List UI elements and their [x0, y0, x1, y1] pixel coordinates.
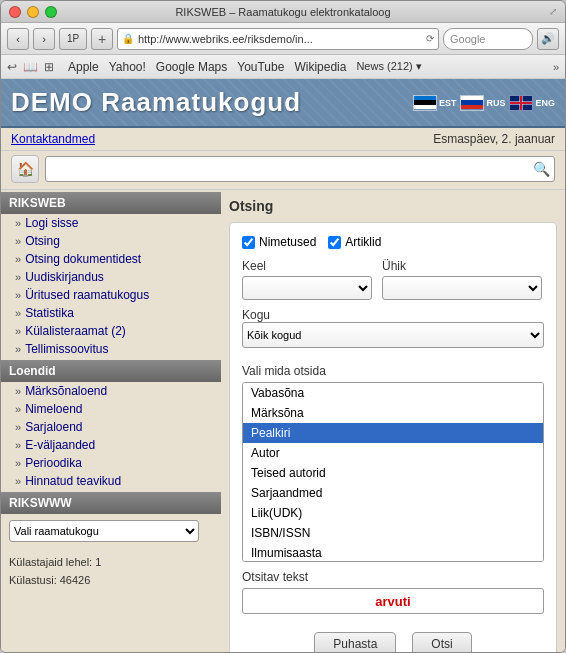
resize-icon: ⤢ [549, 6, 557, 17]
sidebar-item-otsing-dok[interactable]: Otsing dokumentidest [1, 250, 221, 268]
listbox-marksona[interactable]: Märksõna [243, 403, 543, 423]
vali-label: Vali mida otsida [242, 364, 544, 378]
grid-icon: ⊞ [44, 60, 54, 74]
add-tab-button[interactable]: + [91, 28, 113, 50]
listbox-pealkiri[interactable]: Pealkiri [243, 423, 543, 443]
listbox-liik-udk[interactable]: Liik(UDK) [243, 503, 543, 523]
arrow-icon: ↩ [7, 60, 17, 74]
forward-button[interactable]: › [33, 28, 55, 50]
sidebar-item-marksona[interactable]: Märksõnaloend [1, 382, 221, 400]
flag-gb-button[interactable]: ENG [509, 95, 555, 111]
date-text: Esmaspäev, 2. jaanuar [433, 132, 555, 146]
bookmark-youtube[interactable]: YouTube [237, 60, 284, 74]
refresh-icon[interactable]: ⟳ [426, 33, 434, 44]
minimize-button[interactable] [27, 6, 39, 18]
keel-select[interactable] [242, 276, 372, 300]
bookmark-icon-group: ↩ 📖 ⊞ [7, 60, 54, 74]
sidebar-item-hinnatud[interactable]: Hinnatud teavikud [1, 472, 221, 490]
yhik-select[interactable] [382, 276, 542, 300]
nimetused-label: Nimetused [259, 235, 316, 249]
raamatukogu-select[interactable]: Vali raamatukogu [9, 520, 199, 542]
sidebar-section-riksweb: RIKSWEB [1, 192, 221, 214]
title-bar: RIKSWEB – Raamatukogu elektronkataloog ⤢ [1, 1, 565, 23]
sidebar-item-perioodika[interactable]: Perioodika [1, 454, 221, 472]
sidebar-item-tellimissoovitus[interactable]: Tellimissoovitus [1, 340, 221, 358]
lock-icon: 🔒 [122, 33, 134, 44]
nimetused-checkbox-label[interactable]: Nimetused [242, 235, 316, 249]
puhasta-button[interactable]: Puhasta [314, 632, 396, 652]
sidebar-section-loendid: Loendid [1, 360, 221, 382]
page-content: DEMO Raamatukogud EST RU [1, 79, 565, 652]
sidebar-item-otsing[interactable]: Otsing [1, 232, 221, 250]
listbox-sarjaandmed[interactable]: Sarjaandmed [243, 483, 543, 503]
bookmark-googlemaps[interactable]: Google Maps [156, 60, 227, 74]
artiklid-checkbox-label[interactable]: Artiklid [328, 235, 381, 249]
artiklid-label: Artiklid [345, 235, 381, 249]
otsitav-group: Otsitav tekst [242, 570, 544, 624]
search-type-listbox[interactable]: Vabasõna Märksõna Pealkiri Autor Teised … [242, 382, 544, 562]
sidebar-item-logi-sisse[interactable]: Logi sisse [1, 214, 221, 232]
sidebar-item-kulalisteraamat[interactable]: Külalisteraamat (2) [1, 322, 221, 340]
flag-et-button[interactable]: EST [413, 95, 457, 111]
sidebar-item-statistika[interactable]: Statistika [1, 304, 221, 322]
button-row: Puhasta Otsi [242, 632, 544, 652]
sidebar-item-uudiskirjandus[interactable]: Uudiskirjandus [1, 268, 221, 286]
page-button[interactable]: 1P [59, 28, 87, 50]
more-bookmarks-button[interactable]: » [553, 61, 559, 73]
toolbar: ‹ › 1P + 🔒 http://www.webriks.ee/riksdem… [1, 23, 565, 55]
contact-link[interactable]: Kontaktandmed [11, 132, 95, 146]
keel-yhik-row: Keel Ühik [242, 259, 544, 300]
otsi-button[interactable]: Otsi [412, 632, 471, 652]
window-controls [9, 6, 57, 18]
home-button[interactable]: 🏠 [11, 155, 39, 183]
kogu-label: Kogu [242, 308, 270, 322]
nimetused-checkbox[interactable] [242, 236, 255, 249]
browser-window: RIKSWEB – Raamatukogu elektronkataloog ⤢… [0, 0, 566, 653]
flag-ru-button[interactable]: RUS [460, 95, 505, 111]
bookmark-apple[interactable]: Apple [68, 60, 99, 74]
address-text: http://www.webriks.ee/riksdemo/in... [138, 33, 422, 45]
sidebar-item-evaljaanded[interactable]: E-väljaanded [1, 436, 221, 454]
yhik-group: Ühik [382, 259, 542, 300]
lang-et-label: EST [439, 98, 457, 108]
site-header: DEMO Raamatukogud EST RU [1, 79, 565, 128]
bookmark-wikipedia[interactable]: Wikipedia [294, 60, 346, 74]
speaker-button[interactable]: 🔊 [537, 28, 559, 50]
listbox-teised-autorid[interactable]: Teised autorid [243, 463, 543, 483]
window-title: RIKSWEB – Raamatukogu elektronkataloog [175, 6, 390, 18]
listbox-autor[interactable]: Autor [243, 443, 543, 463]
checkbox-row: Nimetused Artiklid [242, 235, 544, 249]
sidebar: RIKSWEB Logi sisse Otsing Otsing dokumen… [1, 190, 221, 652]
bookmarks-bar: ↩ 📖 ⊞ Apple Yahoo! Google Maps YouTube W… [1, 55, 565, 79]
listbox-vabasona[interactable]: Vabasõna [243, 383, 543, 403]
sidebar-item-nimeloend[interactable]: Nimeloend [1, 400, 221, 418]
maximize-button[interactable] [45, 6, 57, 18]
stat-visits: Külastusi: 46426 [9, 572, 213, 590]
news-badge[interactable]: News (212) ▾ [356, 60, 421, 73]
nav-bar: Kontaktandmed Esmaspäev, 2. jaanuar [1, 128, 565, 151]
back-button[interactable]: ‹ [7, 28, 29, 50]
kogu-group: Kogu Kõik kogud [242, 308, 544, 356]
browser-search-bar[interactable]: Google [443, 28, 533, 50]
listbox-ilmumisaasta[interactable]: Ilmumisaasta [243, 543, 543, 562]
bookmark-yahoo[interactable]: Yahoo! [109, 60, 146, 74]
otsitav-input[interactable] [242, 588, 544, 614]
search-placeholder: Google [450, 33, 485, 45]
content-area: Otsing Nimetused Artiklid [221, 190, 565, 652]
sidebar-item-yritused[interactable]: Üritused raamatukogus [1, 286, 221, 304]
listbox-isbn-issn[interactable]: ISBN/ISSN [243, 523, 543, 543]
language-flags: EST RUS E [413, 95, 555, 111]
address-bar[interactable]: 🔒 http://www.webriks.ee/riksdemo/in... ⟳ [117, 28, 439, 50]
top-search-box[interactable]: 🔍 [45, 156, 555, 182]
kogu-select[interactable]: Kõik kogud [242, 322, 544, 348]
artiklid-checkbox[interactable] [328, 236, 341, 249]
yhik-label: Ühik [382, 259, 542, 273]
search-row: 🏠 🔍 [1, 151, 565, 190]
otsitav-label: Otsitav tekst [242, 570, 544, 584]
sidebar-item-sarjaloend[interactable]: Sarjaloend [1, 418, 221, 436]
sidebar-section-rikswww: RIKSWWW [1, 492, 221, 514]
sidebar-stats: Külastajaid lehel: 1 Külastusi: 46426 [1, 548, 221, 595]
close-button[interactable] [9, 6, 21, 18]
keel-group: Keel [242, 259, 372, 300]
stat-visitors: Külastajaid lehel: 1 [9, 554, 213, 572]
